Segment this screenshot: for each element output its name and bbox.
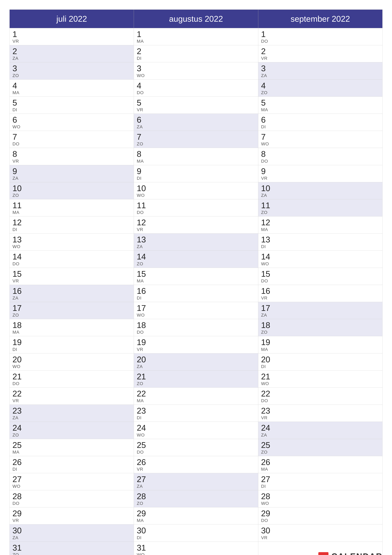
calendar-row: 17ZO17WO17ZA (10, 302, 383, 319)
calendar-cell: 22VR (10, 387, 134, 405)
day-name: DO (137, 90, 255, 95)
calendar-cell: 1VR (10, 28, 134, 45)
day-number: 26 (261, 458, 379, 467)
calendar-cell: 28WO (258, 490, 382, 507)
day-name: DI (261, 364, 379, 369)
day-number: 9 (137, 167, 255, 176)
day-name: VR (13, 278, 131, 284)
day-number: 2 (261, 47, 379, 56)
calendar-cell: 9ZA (10, 165, 134, 182)
day-number: 13 (261, 235, 379, 244)
day-name: MA (137, 39, 255, 44)
calendar-cell: 28ZO (134, 490, 258, 507)
day-name: MA (137, 518, 255, 523)
calendar-cell: 5DI (10, 96, 134, 114)
calendar-cell: 18MA (10, 319, 134, 336)
day-name: DI (13, 107, 131, 112)
day-name: WO (13, 244, 131, 249)
calendar-cell: 21DO (10, 370, 134, 387)
calendar-cell: 5MA (258, 96, 382, 114)
day-number: 23 (13, 406, 131, 415)
calendar-cell: 4MA (10, 80, 134, 96)
day-name: MA (13, 450, 131, 455)
day-number: 15 (13, 270, 131, 278)
day-number: 28 (137, 492, 255, 501)
calendar-cell: 31ZO (10, 541, 134, 555)
day-name: VR (261, 296, 379, 301)
calendar-cell: 19MA (258, 336, 382, 353)
day-number: 16 (137, 286, 255, 296)
calendar-row: 23ZA23DI23VR (10, 405, 383, 422)
calendar-cell: 29MA (134, 507, 258, 525)
day-number: 21 (137, 372, 255, 381)
day-name: WO (261, 381, 379, 386)
calendar-cell: 31WO (134, 541, 258, 555)
calendar-logo-icon: 7 (318, 551, 329, 555)
day-number: 30 (13, 526, 131, 535)
day-number: 8 (261, 150, 379, 159)
day-name: ZA (13, 56, 131, 61)
day-name: ZO (13, 73, 131, 78)
day-number: 29 (137, 509, 255, 518)
calendar-cell: 18DO (134, 319, 258, 336)
day-name: DO (13, 381, 131, 386)
day-name: DI (137, 296, 255, 301)
calendar-cell: 13ZA (134, 234, 258, 251)
day-number: 25 (261, 441, 379, 450)
day-number: 17 (137, 304, 255, 313)
calendar-cell: 23ZA (10, 405, 134, 422)
day-number: 2 (137, 47, 255, 56)
day-name: VR (13, 518, 131, 523)
calendar-row: 26DI26VR26MA (10, 456, 383, 473)
calendar-row: 11MA11DO11ZO (10, 199, 383, 216)
day-number: 7 (261, 132, 379, 141)
day-number: 12 (261, 218, 379, 227)
calendar-cell: 29DO (258, 507, 382, 525)
calendar-cell: 4ZO (258, 80, 382, 96)
day-name: WO (137, 73, 255, 78)
day-name: DO (261, 398, 379, 403)
calendar-cell: 5VR (134, 96, 258, 114)
day-name: MA (13, 90, 131, 95)
calendar-cell: 13WO (10, 234, 134, 251)
day-name: DO (261, 39, 379, 44)
calendar-cell: 15VR (10, 268, 134, 285)
day-number: 4 (137, 81, 255, 90)
day-name: WO (261, 141, 379, 146)
calendar-row: 4MA4DO4ZO (10, 80, 383, 96)
day-number: 10 (13, 184, 131, 193)
calendar-row: 27WO27ZA27DI (10, 473, 383, 490)
day-name: MA (137, 159, 255, 164)
calendar-row: 8VR8MA8DO (10, 148, 383, 165)
day-number: 3 (13, 64, 131, 73)
calendar-cell: 17WO (134, 302, 258, 319)
day-number: 20 (261, 355, 379, 364)
day-number: 5 (137, 98, 255, 107)
calendar-cell: 12MA (258, 216, 382, 234)
day-number: 26 (137, 458, 255, 467)
day-name: ZA (13, 535, 131, 540)
day-name: VR (137, 467, 255, 472)
day-name: ZO (137, 261, 255, 266)
calendar-cell: 30ZA (10, 525, 134, 541)
day-number: 6 (261, 115, 379, 124)
day-number: 22 (137, 389, 255, 398)
day-name: MA (261, 227, 379, 232)
calendar-row: 18MA18DO18ZO (10, 319, 383, 336)
calendar-cell: 7ZO (134, 131, 258, 148)
day-number: 25 (13, 441, 131, 450)
day-name: VR (261, 415, 379, 420)
calendar-row: 9ZA9DI9VR (10, 165, 383, 182)
day-number: 29 (13, 509, 131, 518)
day-number: 30 (261, 526, 379, 535)
calendar-cell: 28DO (10, 490, 134, 507)
day-number: 14 (137, 252, 255, 261)
day-number: 15 (137, 270, 255, 278)
day-name: WO (137, 193, 255, 198)
day-number: 7 (13, 132, 131, 141)
day-name: ZA (13, 415, 131, 420)
calendar-row: 2ZA2DI2VR (10, 45, 383, 62)
day-name: WO (13, 364, 131, 369)
calendar-cell: 15DO (258, 268, 382, 285)
calendar-row: 13WO13ZA13DI (10, 234, 383, 251)
